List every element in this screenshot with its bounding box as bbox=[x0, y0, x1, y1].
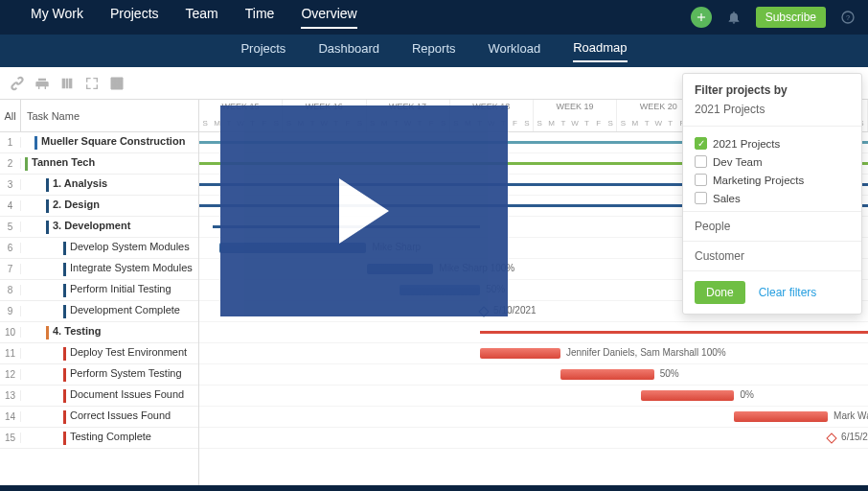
row-number: 7 bbox=[0, 264, 21, 274]
week-column: WEEK 19SMTWTFS bbox=[534, 100, 617, 131]
filter-panel: Filter projects by 2021 Projects ✓2021 P… bbox=[682, 73, 862, 315]
row-number: 3 bbox=[0, 179, 21, 190]
add-button[interactable] bbox=[691, 7, 712, 28]
task-name: Document Issues Found bbox=[21, 388, 198, 402]
plus-icon bbox=[695, 11, 708, 24]
bar-label: 0% bbox=[740, 389, 753, 400]
nav-time[interactable]: Time bbox=[245, 6, 275, 29]
row-number: 9 bbox=[0, 306, 21, 316]
checkbox-icon bbox=[695, 174, 707, 186]
filter-item-label: 2021 Projects bbox=[713, 138, 780, 150]
bar-label: Mark Watts bbox=[834, 410, 868, 421]
nav-projects[interactable]: Projects bbox=[110, 6, 159, 29]
task-row[interactable]: 53. Development bbox=[0, 217, 198, 238]
task-row[interactable]: 2Tannen Tech bbox=[0, 153, 198, 175]
checkbox-icon bbox=[695, 192, 707, 204]
filter-item-label: Dev Team bbox=[713, 156, 763, 168]
task-name: Perform Initial Testing bbox=[21, 283, 198, 296]
task-row[interactable]: 104. Testing bbox=[0, 322, 198, 343]
columns-icon[interactable] bbox=[59, 76, 75, 91]
subscribe-button[interactable]: Subscribe bbox=[756, 7, 826, 28]
task-name: Deploy Test Environment bbox=[21, 346, 198, 360]
subnav-roadmap[interactable]: Roadmap bbox=[573, 40, 627, 62]
filter-item-label: Marketing Projects bbox=[713, 175, 804, 186]
task-name: 1. Analysis bbox=[21, 177, 198, 191]
filter-item[interactable]: Sales bbox=[695, 189, 850, 207]
subnav-reports[interactable]: Reports bbox=[412, 41, 456, 61]
nav-overview[interactable]: Overview bbox=[301, 6, 356, 29]
task-row[interactable]: 11Deploy Test Environment bbox=[0, 343, 198, 364]
filter-item-label: Sales bbox=[713, 193, 741, 204]
svg-text:?: ? bbox=[846, 13, 850, 22]
task-row[interactable]: 13Document Issues Found bbox=[0, 386, 198, 407]
video-play-overlay[interactable] bbox=[220, 105, 508, 316]
task-row[interactable]: 9Development Complete bbox=[0, 301, 198, 322]
task-list-header: All Task Name bbox=[0, 100, 198, 132]
sub-nav: Projects Dashboard Reports Workload Road… bbox=[0, 35, 868, 67]
print-icon[interactable] bbox=[34, 76, 50, 91]
task-name: Mueller Square Construction bbox=[21, 135, 198, 149]
task-name: 2. Design bbox=[21, 199, 198, 212]
col-task-name[interactable]: Task Name bbox=[21, 100, 198, 131]
row-number: 13 bbox=[0, 390, 21, 401]
top-actions: Subscribe ? bbox=[691, 7, 857, 28]
link-icon[interactable] bbox=[10, 76, 25, 91]
task-row[interactable]: 12Perform System Testing bbox=[0, 364, 198, 386]
subnav-dashboard[interactable]: Dashboard bbox=[318, 41, 379, 61]
bottom-bar bbox=[0, 485, 868, 491]
filter-selected[interactable]: 2021 Projects bbox=[695, 103, 850, 116]
task-name: 3. Development bbox=[21, 220, 198, 233]
task-row[interactable]: 42. Design bbox=[0, 196, 198, 217]
row-number: 2 bbox=[0, 158, 21, 169]
task-name: 4. Testing bbox=[21, 325, 198, 339]
task-name: Perform System Testing bbox=[21, 367, 198, 381]
task-name: Correct Issues Found bbox=[21, 409, 198, 423]
row-number: 15 bbox=[0, 433, 21, 443]
checkbox-icon: ✓ bbox=[695, 137, 707, 150]
task-list: All Task Name 1Mueller Square Constructi… bbox=[0, 100, 199, 485]
row-number: 11 bbox=[0, 348, 21, 359]
col-all[interactable]: All bbox=[0, 100, 21, 131]
task-row[interactable]: 1Mueller Square Construction bbox=[0, 132, 198, 153]
task-name: Integrate System Modules bbox=[21, 262, 198, 275]
filter-item[interactable]: Marketing Projects bbox=[695, 171, 850, 189]
grid-icon[interactable] bbox=[109, 76, 125, 91]
bar-label: 50% bbox=[660, 368, 679, 379]
task-rows: 1Mueller Square Construction2Tannen Tech… bbox=[0, 132, 198, 449]
task-row[interactable]: 14Correct Issues Found bbox=[0, 407, 198, 428]
task-row[interactable]: 7Integrate System Modules bbox=[0, 259, 198, 280]
row-number: 12 bbox=[0, 369, 21, 380]
top-nav: My Work Projects Team Time Overview Subs… bbox=[0, 0, 868, 35]
checkbox-icon bbox=[695, 155, 707, 168]
task-name: Tannen Tech bbox=[21, 156, 198, 170]
play-icon bbox=[339, 178, 389, 244]
filter-clear-link[interactable]: Clear filters bbox=[759, 286, 817, 299]
task-row[interactable]: 6Develop System Modules bbox=[0, 238, 198, 259]
filter-done-button[interactable]: Done bbox=[695, 281, 745, 304]
expand-icon[interactable] bbox=[84, 76, 100, 91]
row-number: 4 bbox=[0, 200, 21, 211]
subnav-workload[interactable]: Workload bbox=[489, 41, 541, 61]
task-name: Development Complete bbox=[21, 304, 198, 317]
bell-icon[interactable] bbox=[725, 9, 742, 26]
bar-label: Jennifer Daniels, Sam Marshall 100% bbox=[566, 347, 726, 358]
row-number: 5 bbox=[0, 222, 21, 232]
milestone-label: 6/15/202 bbox=[841, 432, 868, 442]
filter-cat-customer[interactable]: Customer bbox=[683, 242, 861, 271]
filter-title: Filter projects by bbox=[695, 83, 850, 97]
nav-my-work[interactable]: My Work bbox=[31, 6, 83, 29]
task-row[interactable]: 31. Analysis bbox=[0, 175, 198, 196]
filter-item[interactable]: Dev Team bbox=[695, 152, 850, 171]
row-number: 6 bbox=[0, 243, 21, 253]
nav-team[interactable]: Team bbox=[186, 6, 218, 29]
subnav-projects[interactable]: Projects bbox=[240, 41, 286, 61]
row-number: 14 bbox=[0, 411, 21, 422]
row-number: 8 bbox=[0, 285, 21, 295]
filter-item[interactable]: ✓2021 Projects bbox=[695, 134, 850, 152]
task-row[interactable]: 15Testing Complete bbox=[0, 428, 198, 449]
task-row[interactable]: 8Perform Initial Testing bbox=[0, 280, 198, 301]
help-icon[interactable]: ? bbox=[839, 9, 857, 26]
filter-cat-people[interactable]: People bbox=[683, 212, 861, 242]
filter-list: ✓2021 ProjectsDev TeamMarketing Projects… bbox=[683, 127, 861, 212]
task-name: Testing Complete bbox=[21, 431, 198, 444]
